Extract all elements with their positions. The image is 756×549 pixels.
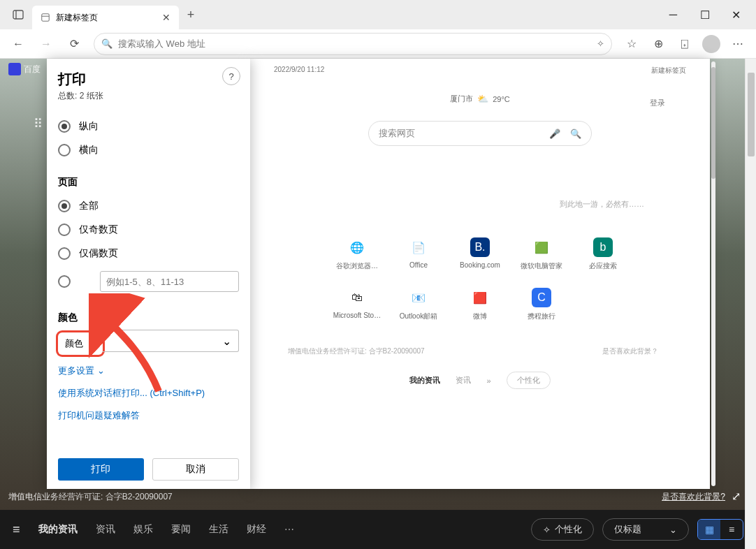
window-close-button[interactable]: ✕ [720,4,752,25]
feed-tab-life[interactable]: 生活 [209,523,228,536]
print-preview: 2022/9/20 11:12 新建标签页 厦门市 ⛅ 29°C 登录 搜索网页… [250,59,710,489]
feed-tab-my[interactable]: 我的资讯 [38,523,78,536]
search-icon: 🔍 [570,129,581,139]
feed-tab-finance[interactable]: 财经 [247,523,266,536]
quicklink-label: Office [409,261,428,269]
read-aloud-icon[interactable]: ✧ [597,38,604,49]
preview-timestamp: 2022/9/20 11:12 [274,66,324,75]
print-dialog: ? 打印 总数: 2 纸张 纵向 横向 页面 全部 仅奇数页 仅偶数页 颜色 颜… [47,59,250,489]
quicklink-icon: 🟥 [470,288,490,307]
chevron-down-icon: ⌄ [669,525,677,535]
quicklink-icon: C [532,288,551,307]
tab-title: 新建标签页 [56,12,98,24]
pages-group: 全部 仅奇数页 仅偶数页 [58,194,239,298]
extensions-button[interactable]: ⌺ [672,33,697,55]
hamburger-icon[interactable]: ≡ [13,522,20,537]
feed-tab-news[interactable]: 资讯 [96,523,115,536]
orientation-portrait[interactable]: 纵向 [58,115,239,138]
quicklink-label: 谷歌浏览器… [336,261,378,271]
quicklink-icon: 🌐 [347,237,367,257]
quicklink-tile: B.Booking.com [449,237,511,271]
print-button[interactable]: 打印 [58,458,144,481]
back-button[interactable]: ← [6,33,31,55]
forward-button[interactable]: → [34,33,59,55]
feed-more-icon[interactable]: ⋯ [284,524,296,535]
help-button[interactable]: ? [222,67,240,85]
chevron-down-icon: ⌄ [97,365,105,376]
quicklink-icon: 📄 [409,237,428,257]
tab-close-button[interactable]: ✕ [162,12,170,23]
chevron-down-icon: ⌄ [222,335,231,348]
tab-actions-button[interactable] [4,4,32,25]
orientation-landscape[interactable]: 横向 [58,138,239,162]
quicklink-label: Booking.com [460,261,500,269]
quicklink-icon: b [593,237,613,257]
preview-page-title: 新建标签页 [651,66,686,75]
pages-custom[interactable] [58,265,239,298]
system-dialog-link[interactable]: 使用系统对话框打印... (Ctrl+Shift+P) [58,387,239,400]
feed-tab-ent[interactable]: 娱乐 [133,523,153,536]
layout-filter-select[interactable]: 仅标题⌄ [602,518,689,541]
address-placeholder: 搜索或输入 Web 地址 [118,38,205,50]
pages-section-label: 页面 [58,176,239,189]
print-total: 总数: 2 纸张 [58,90,239,102]
grid-view-icon[interactable]: ▦ [698,520,720,539]
preview-location: 厦门市 ⛅ 29°C [274,94,686,104]
list-view-icon[interactable]: ≡ [720,520,743,539]
window-titlebar: 新建标签页 ✕ + ─ ☐ ✕ [0,0,756,29]
quicklink-label: Outlook邮箱 [400,312,437,321]
preview-license: 增值电信业务经营许可证: 合字B2-20090007 是否喜欢此背景？ [288,346,686,356]
apps-grid-icon[interactable]: ⠿ [34,116,43,131]
expand-icon[interactable]: ⤢ [732,490,741,503]
quicklink-tile: b必应搜索 [572,237,634,271]
color-select[interactable]: 颜色 ⌄ [58,330,239,355]
quicklink-tile: 🌐谷歌浏览器… [326,237,388,271]
window-maximize-button[interactable]: ☐ [689,4,720,25]
feed-bottom-bar: ≡ 我的资讯 资讯 娱乐 要闻 生活 财经 ⋯ ✧个性化 仅标题⌄ ▦ ≡ [0,510,756,549]
more-button[interactable]: ⋯ [725,33,750,55]
preview-drift-text: 到此地一游，必然有…… [274,199,644,210]
preview-quicklinks: 🌐谷歌浏览器…📄OfficeB.Booking.com🟩微软电脑管家b必应搜索🛍… [274,237,686,321]
quicklink-tile: 🟩微软电脑管家 [511,237,572,271]
refresh-button[interactable]: ⟳ [61,33,87,55]
quicklink-label: Microsoft Sto… [333,312,381,319]
pages-even[interactable]: 仅偶数页 [58,242,239,265]
personalize-button[interactable]: ✧个性化 [531,518,594,541]
pages-all[interactable]: 全部 [58,194,239,218]
window-minimize-button[interactable]: ─ [657,4,689,25]
background-question-link[interactable]: 是否喜欢此背景? [662,491,725,503]
profile-button[interactable] [699,33,724,55]
preview-scrollbar[interactable] [711,61,715,486]
favorites-button[interactable]: ☆ [619,33,644,55]
feed-tab-top[interactable]: 要闻 [171,523,191,536]
quicklink-tile: 📧Outlook邮箱 [388,288,449,321]
browser-tab[interactable]: 新建标签页 ✕ [32,6,179,29]
layout-toggle[interactable]: ▦ ≡ [697,519,743,540]
page-icon [41,13,50,22]
preview-login: 登录 [650,98,665,108]
pages-range-input[interactable] [100,271,239,292]
license-text: 增值电信业务经营许可证: 合字B2-20090007 [8,491,173,503]
troubleshoot-link[interactable]: 打印机问题疑难解答 [58,409,239,422]
quicklink-tile: 🛍Microsoft Sto… [326,288,388,321]
print-title: 打印 [58,70,239,89]
quicklink-icon: B. [470,237,490,257]
cancel-button[interactable]: 取消 [152,458,240,481]
collections-button[interactable]: ⊕ [646,33,671,55]
sparkle-icon: ✧ [543,525,551,535]
baidu-icon [8,63,21,75]
pages-odd[interactable]: 仅奇数页 [58,218,239,242]
quicklink-tile: 🟥微博 [449,288,511,321]
bookmark-link[interactable]: 百度 [24,64,41,75]
preview-search-box: 搜索网页 🎤🔍 [368,121,592,146]
quicklink-icon: 📧 [409,288,428,307]
quicklink-icon: 🛍 [347,288,367,307]
browser-toolbar: ← → ⟳ 🔍 搜索或输入 Web 地址 ✧ ☆ ⊕ ⌺ ⋯ [0,29,756,59]
quicklink-label: 微软电脑管家 [521,261,562,271]
new-tab-button[interactable]: + [179,3,203,27]
mic-icon: 🎤 [549,129,560,139]
more-settings-link[interactable]: 更多设置⌄ [58,365,239,377]
quicklink-tile: C携程旅行 [511,288,572,321]
page-scrollbar[interactable] [745,59,756,549]
address-bar[interactable]: 🔍 搜索或输入 Web 地址 ✧ [94,33,612,55]
